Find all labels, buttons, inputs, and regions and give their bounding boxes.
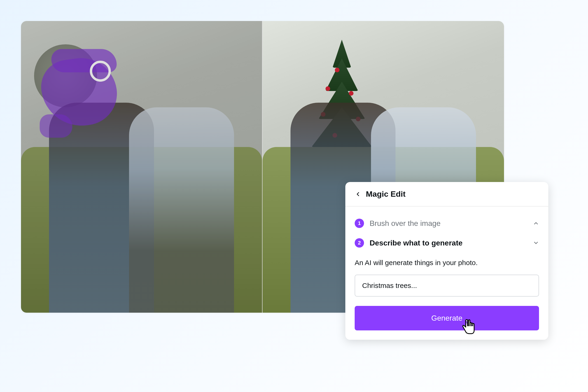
brush-selection-overlay[interactable] [37, 49, 121, 138]
magic-edit-panel: Magic Edit 1 Brush over the image 2 Desc… [345, 182, 548, 340]
step-label: Brush over the image [370, 219, 527, 228]
panel-title: Magic Edit [366, 190, 406, 198]
step-brush-over[interactable]: 1 Brush over the image [355, 215, 539, 232]
generate-button-label: Generate [431, 314, 462, 322]
step-label: Describe what to generate [370, 239, 527, 247]
brush-cursor-icon [90, 61, 111, 82]
person-right [129, 107, 234, 313]
panel-body: 1 Brush over the image 2 Describe what t… [345, 206, 548, 340]
help-text: An AI will generate things in your photo… [355, 258, 539, 268]
step-describe[interactable]: 2 Describe what to generate [355, 234, 539, 251]
generate-button[interactable]: Generate [355, 306, 539, 330]
chevron-down-icon [533, 240, 539, 246]
brush-stroke [40, 114, 72, 138]
panel-header: Magic Edit [345, 182, 548, 206]
step-number-badge: 1 [355, 219, 364, 228]
pointer-hand-icon [461, 318, 476, 334]
chevron-left-icon [355, 191, 361, 198]
image-before[interactable] [21, 21, 262, 313]
back-button[interactable] [355, 191, 361, 198]
prompt-input[interactable] [355, 275, 539, 296]
step-number-badge: 2 [355, 238, 364, 248]
chevron-up-icon [533, 220, 539, 226]
